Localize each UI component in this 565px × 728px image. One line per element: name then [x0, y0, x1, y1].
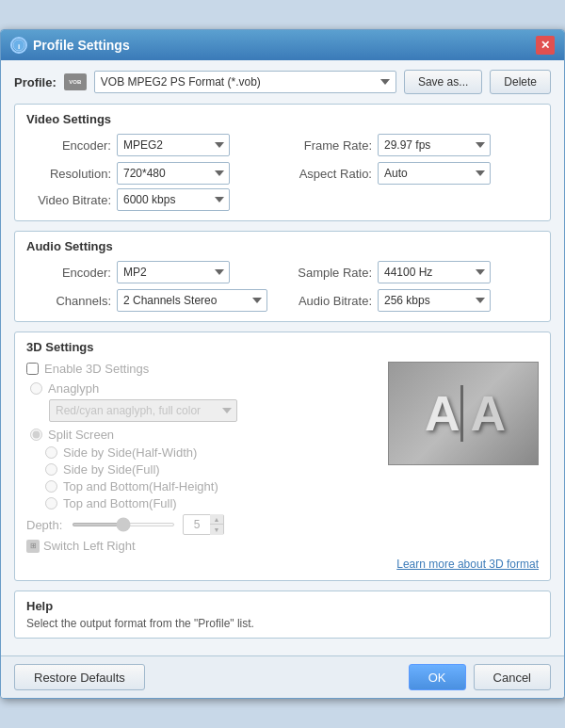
- help-text: Select the output format from the "Profi…: [26, 617, 539, 630]
- depth-value: 5: [184, 518, 210, 531]
- channels-row: Channels: 2 Channels Stereo: [26, 289, 278, 312]
- top-bottom-full-row: Top and Bottom(Full): [26, 496, 379, 510]
- video-settings-grid: Encoder: MPEG2 Frame Rate: 29.97 fps Res…: [26, 134, 539, 185]
- enable-3d-row: Enable 3D Settings: [26, 362, 379, 376]
- split-screen-label[interactable]: Split Screen: [48, 428, 114, 442]
- encoder-select[interactable]: MPEG2: [117, 134, 230, 156]
- side-by-side-full-radio[interactable]: [45, 463, 57, 476]
- depth-label: Depth:: [26, 518, 64, 532]
- anaglyph-row: Anaglyph: [26, 381, 379, 396]
- frame-rate-label: Frame Rate:: [287, 138, 372, 153]
- 3d-preview: A A: [388, 362, 539, 465]
- depth-decrement-button[interactable]: ▼: [210, 525, 223, 535]
- profile-format-icon: VOB: [64, 73, 87, 90]
- side-by-side-full-label[interactable]: Side by Side(Full): [63, 462, 160, 477]
- aspect-ratio-row: Aspect Ratio: Auto: [287, 162, 539, 185]
- dialog-title: Profile Settings: [33, 38, 130, 53]
- audio-bitrate-label: Audio Bitrate:: [287, 294, 372, 308]
- audio-settings-grid: Encoder: MP2 Sample Rate: 44100 Hz Chann…: [26, 261, 539, 312]
- side-by-side-full-row: Side by Side(Full): [26, 462, 379, 477]
- audio-bitrate-select[interactable]: 256 kbps: [378, 289, 491, 312]
- audio-bitrate-row: Audio Bitrate: 256 kbps: [287, 289, 539, 312]
- preview-aa-display: A A: [425, 385, 502, 442]
- audio-settings-section: Audio Settings Encoder: MP2 Sample Rate:…: [14, 231, 551, 322]
- top-bottom-half-label[interactable]: Top and Bottom(Half-Height): [63, 479, 218, 493]
- footer-right-buttons: OK Cancel: [409, 664, 551, 690]
- app-icon: i: [10, 37, 27, 54]
- side-by-side-half-row: Side by Side(Half-Width): [26, 445, 379, 460]
- video-bitrate-label: Video Bitrate:: [26, 193, 111, 207]
- dialog-content: Profile: VOB VOB MPEG2 PS Format (*.vob)…: [1, 60, 564, 655]
- encoder-label: Encoder:: [26, 138, 111, 153]
- preview-a-right: A: [471, 385, 503, 442]
- frame-rate-select[interactable]: 29.97 fps: [378, 134, 491, 156]
- depth-increment-button[interactable]: ▲: [210, 514, 223, 525]
- sample-rate-row: Sample Rate: 44100 Hz: [287, 261, 539, 283]
- profile-label: Profile:: [14, 75, 56, 89]
- enable-3d-checkbox[interactable]: [26, 363, 39, 375]
- channels-label: Channels:: [26, 294, 111, 308]
- aspect-ratio-label: Aspect Ratio:: [287, 167, 372, 181]
- switch-left-right-label: Switch Left Right: [43, 539, 136, 553]
- switch-row: ⊞ Switch Left Right: [26, 539, 379, 553]
- learn-more-link[interactable]: Learn more about 3D format: [396, 558, 539, 571]
- side-by-side-half-radio[interactable]: [45, 446, 57, 459]
- audio-encoder-row: Encoder: MP2: [26, 261, 278, 283]
- top-bottom-full-label[interactable]: Top and Bottom(Full): [63, 496, 177, 510]
- video-bitrate-row: Video Bitrate: 6000 kbps: [26, 188, 539, 211]
- audio-encoder-label: Encoder:: [26, 266, 111, 280]
- 3d-settings-section: 3D Settings Enable 3D Settings Anaglyph …: [14, 332, 551, 581]
- audio-encoder-select[interactable]: MP2: [117, 261, 230, 283]
- depth-spinner: ▲ ▼: [210, 514, 223, 535]
- svg-text:i: i: [18, 42, 20, 51]
- top-bottom-half-row: Top and Bottom(Half-Height): [26, 479, 379, 493]
- depth-row: Depth: 5 ▲ ▼: [26, 514, 379, 535]
- sample-rate-select[interactable]: 44100 Hz: [378, 261, 491, 283]
- switch-icon: ⊞: [26, 540, 40, 553]
- ok-button[interactable]: OK: [409, 664, 466, 690]
- profile-settings-dialog: i Profile Settings ✕ Profile: VOB VOB MP…: [0, 29, 565, 699]
- anaglyph-label[interactable]: Anaglyph: [48, 381, 99, 396]
- split-screen-radio[interactable]: [30, 429, 42, 441]
- side-by-side-half-label[interactable]: Side by Side(Half-Width): [63, 445, 197, 460]
- top-bottom-full-radio[interactable]: [45, 497, 57, 510]
- save-as-button[interactable]: Save as...: [404, 70, 482, 94]
- split-screen-row: Split Screen: [26, 428, 379, 442]
- resolution-row: Resolution: 720*480: [26, 162, 278, 185]
- video-bitrate-select[interactable]: 6000 kbps: [117, 188, 230, 211]
- resolution-label: Resolution:: [26, 167, 111, 181]
- frame-rate-row: Frame Rate: 29.97 fps: [287, 134, 539, 156]
- depth-slider[interactable]: [72, 523, 175, 526]
- 3d-settings-title: 3D Settings: [26, 340, 539, 354]
- title-bar-left: i Profile Settings: [10, 37, 130, 54]
- profile-select[interactable]: VOB MPEG2 PS Format (*.vob): [94, 71, 396, 93]
- preview-a-left: A: [425, 385, 457, 442]
- resolution-select[interactable]: 720*480: [117, 162, 230, 185]
- help-section: Help Select the output format from the "…: [14, 590, 551, 639]
- sample-rate-label: Sample Rate:: [287, 266, 372, 280]
- video-settings-section: Video Settings Encoder: MPEG2 Frame Rate…: [14, 104, 551, 221]
- anaglyph-radio[interactable]: [30, 382, 42, 395]
- title-bar: i Profile Settings ✕: [1, 30, 564, 60]
- channels-select[interactable]: 2 Channels Stereo: [117, 289, 267, 312]
- aspect-ratio-select[interactable]: Auto: [378, 162, 491, 185]
- 3d-settings-header: Enable 3D Settings Anaglyph Red/cyan ana…: [26, 362, 539, 553]
- close-button[interactable]: ✕: [536, 36, 555, 55]
- preview-divider: [460, 385, 463, 442]
- anaglyph-select[interactable]: Red/cyan anaglyph, full color: [49, 399, 237, 422]
- dialog-footer: Restore Defaults OK Cancel: [1, 655, 564, 698]
- help-title: Help: [26, 599, 539, 613]
- encoder-row: Encoder: MPEG2: [26, 134, 278, 156]
- cancel-button[interactable]: Cancel: [474, 664, 551, 690]
- profile-row: Profile: VOB VOB MPEG2 PS Format (*.vob)…: [14, 70, 551, 94]
- 3d-settings-left: Enable 3D Settings Anaglyph Red/cyan ana…: [26, 362, 379, 553]
- top-bottom-half-radio[interactable]: [45, 480, 57, 493]
- switch-left-right-row: ⊞ Switch Left Right: [26, 539, 136, 553]
- restore-defaults-button[interactable]: Restore Defaults: [14, 664, 145, 690]
- audio-settings-title: Audio Settings: [26, 239, 539, 253]
- depth-value-box: 5 ▲ ▼: [183, 514, 224, 535]
- video-settings-title: Video Settings: [26, 112, 539, 126]
- delete-button[interactable]: Delete: [490, 70, 551, 94]
- enable-3d-label[interactable]: Enable 3D Settings: [44, 362, 149, 376]
